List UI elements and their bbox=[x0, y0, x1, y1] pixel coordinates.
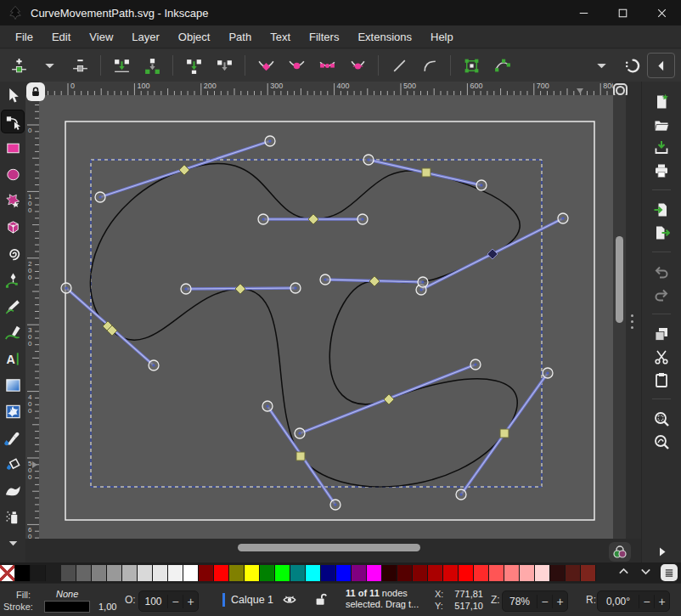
rotation-plus-button[interactable]: + bbox=[654, 595, 669, 608]
cut-button[interactable] bbox=[649, 345, 674, 368]
layer-lock-icon[interactable] bbox=[313, 591, 329, 608]
palette-swatch-808000[interactable] bbox=[229, 565, 245, 581]
insert-node-options-button[interactable] bbox=[34, 53, 65, 78]
palette-swatch-ffaaaa[interactable] bbox=[520, 565, 535, 581]
dropper-tool[interactable] bbox=[2, 427, 24, 449]
palette-swatch-808080[interactable] bbox=[92, 565, 107, 581]
palette-swatch-4d4d4d[interactable] bbox=[61, 565, 76, 581]
palette-swatch-000080[interactable] bbox=[321, 565, 336, 581]
pen-tool[interactable] bbox=[2, 268, 24, 291]
stroke-swatch[interactable] bbox=[44, 601, 90, 613]
vertical-scrollbar[interactable] bbox=[613, 95, 626, 539]
bucket-tool[interactable] bbox=[2, 453, 24, 475]
node-tool[interactable] bbox=[2, 110, 24, 133]
vertical-scrollbar-thumb[interactable] bbox=[616, 236, 623, 323]
more-options-button[interactable] bbox=[586, 53, 616, 78]
break-nodes-button[interactable] bbox=[137, 53, 167, 78]
save-document-button[interactable] bbox=[649, 136, 674, 159]
print-document-button[interactable] bbox=[649, 159, 674, 182]
make-smooth-button[interactable] bbox=[281, 53, 312, 78]
palette-swatch-0000ff[interactable] bbox=[336, 565, 352, 581]
make-line-button[interactable] bbox=[384, 53, 414, 78]
stroke-to-path-button[interactable] bbox=[487, 53, 517, 78]
palette-swatch-e6e6e6[interactable] bbox=[153, 565, 168, 581]
menu-text[interactable]: Text bbox=[261, 31, 300, 43]
mesh-tool[interactable] bbox=[2, 400, 24, 422]
join-nodes-button[interactable] bbox=[106, 53, 137, 78]
vertical-ruler[interactable]: 0100200300400500600 bbox=[25, 95, 39, 539]
palette-swatch-2b0000[interactable] bbox=[382, 565, 397, 581]
palette-swatch-ff2a2a[interactable] bbox=[474, 565, 489, 581]
palette-scroll-down-icon[interactable] bbox=[639, 564, 653, 582]
palette-swatch-551a15[interactable] bbox=[566, 565, 581, 581]
delete-node-button[interactable] bbox=[65, 53, 95, 78]
palette-menu-button[interactable] bbox=[661, 564, 678, 581]
new-document-button[interactable] bbox=[649, 90, 674, 113]
object-to-path-button[interactable] bbox=[456, 53, 487, 78]
palette-swatch-ff8080[interactable] bbox=[504, 565, 520, 581]
calligraphy-tool[interactable] bbox=[2, 321, 24, 343]
palette-swatch-ff0000[interactable] bbox=[459, 565, 474, 581]
zoom-to-selection-button[interactable] bbox=[649, 407, 674, 430]
menu-view[interactable]: View bbox=[80, 31, 122, 43]
join-with-segment-button[interactable] bbox=[178, 53, 209, 78]
rotation-value[interactable]: 0,00° bbox=[598, 596, 639, 608]
opacity-plus-button[interactable]: + bbox=[183, 595, 198, 608]
palette-swatch-ffffff[interactable] bbox=[183, 565, 199, 581]
palette-swatch-ff00ff[interactable] bbox=[367, 565, 382, 581]
menu-help[interactable]: Help bbox=[421, 31, 463, 43]
palette-swatch-008080[interactable] bbox=[290, 565, 306, 581]
palette-scroll-up-icon[interactable] bbox=[616, 564, 631, 582]
selector-tool[interactable] bbox=[2, 84, 24, 106]
ruler-lock-button[interactable] bbox=[26, 82, 45, 101]
export-image-button[interactable] bbox=[649, 221, 674, 244]
palette-swatch-666666[interactable] bbox=[76, 565, 92, 581]
ellipse-tool[interactable] bbox=[2, 163, 24, 185]
palette-swatch-800080[interactable] bbox=[352, 565, 367, 581]
layer-visibility-icon[interactable] bbox=[282, 592, 297, 609]
more-commands-button[interactable] bbox=[649, 540, 674, 562]
star-tool[interactable] bbox=[2, 189, 24, 212]
more-tools[interactable] bbox=[2, 532, 24, 554]
palette-swatch-800000[interactable] bbox=[199, 565, 214, 581]
maximize-button[interactable] bbox=[603, 0, 642, 25]
palette-swatch-00ff00[interactable] bbox=[275, 565, 290, 581]
palette-swatch-ff5555[interactable] bbox=[489, 565, 504, 581]
menu-path[interactable]: Path bbox=[219, 31, 261, 43]
show-handles-button[interactable] bbox=[616, 53, 647, 78]
palette-swatch-f2f2f2[interactable] bbox=[168, 565, 183, 581]
palette-swatch-2b0d0d[interactable] bbox=[550, 565, 566, 581]
zoom-minus-button[interactable]: − bbox=[537, 595, 552, 608]
palette-swatch-ff0000[interactable] bbox=[214, 565, 229, 581]
gradient-tool[interactable] bbox=[2, 374, 24, 396]
palette-swatch-ffff00[interactable] bbox=[245, 565, 260, 581]
pencil-tool[interactable] bbox=[2, 295, 24, 317]
box3d-tool[interactable] bbox=[2, 216, 24, 238]
zoom-value[interactable]: 78% bbox=[503, 596, 537, 608]
import-image-button[interactable] bbox=[649, 198, 674, 221]
paste-button[interactable] bbox=[649, 368, 674, 391]
palette-swatch-b3b3b3[interactable] bbox=[122, 565, 138, 581]
make-curve-button[interactable] bbox=[414, 53, 445, 78]
copy-button[interactable] bbox=[649, 322, 674, 345]
palette-swatch-000000[interactable] bbox=[15, 565, 31, 581]
zoom-plus-button[interactable]: + bbox=[552, 595, 567, 608]
canvas[interactable] bbox=[39, 95, 613, 539]
palette-swatch-800000[interactable] bbox=[413, 565, 428, 581]
stroke-width-value[interactable]: 1,00 bbox=[98, 602, 116, 612]
spray-tool[interactable] bbox=[2, 506, 24, 528]
horizontal-scrollbar[interactable] bbox=[39, 541, 599, 554]
tweak-tool[interactable] bbox=[2, 479, 24, 501]
palette-swatch-d9d9d9[interactable] bbox=[138, 565, 153, 581]
make-auto-button[interactable] bbox=[342, 53, 373, 78]
menu-extensions[interactable]: Extensions bbox=[348, 31, 421, 43]
menu-edit[interactable]: Edit bbox=[42, 31, 80, 43]
open-document-button[interactable] bbox=[649, 113, 674, 136]
rotation-minus-button[interactable]: − bbox=[639, 595, 654, 608]
opacity-value[interactable]: 100 bbox=[139, 596, 167, 608]
palette-swatch-00ffff[interactable] bbox=[306, 565, 321, 581]
palette-swatch-7c241c[interactable] bbox=[581, 565, 596, 581]
palette-swatch-550000[interactable] bbox=[397, 565, 413, 581]
minimize-button[interactable] bbox=[564, 0, 603, 25]
menu-layer[interactable]: Layer bbox=[122, 31, 169, 43]
